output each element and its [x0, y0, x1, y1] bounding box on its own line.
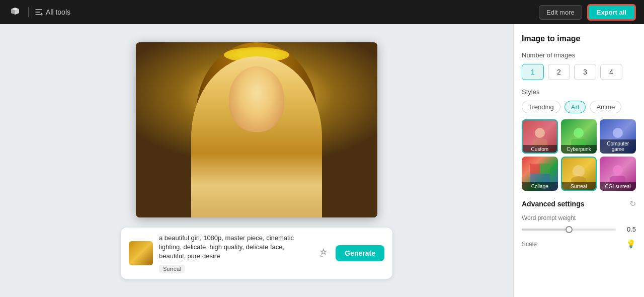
advanced-settings-label: Advanced settings: [522, 200, 584, 208]
num-images-label: Number of images: [522, 51, 636, 59]
num-btn-1[interactable]: 1: [522, 64, 544, 80]
magic-icon[interactable]: [315, 245, 332, 261]
styles-label: Styles: [522, 88, 636, 96]
generate-button[interactable]: Generate: [336, 245, 384, 261]
portrait-figure: [191, 56, 322, 217]
right-panel: Image to image Number of images 1 2 3 4 …: [513, 24, 644, 297]
surreal-preview: [561, 157, 597, 191]
custom-preview: [522, 119, 558, 154]
word-prompt-slider-thumb[interactable]: [566, 226, 573, 233]
svg-point-11: [571, 176, 586, 184]
style-card-surreal[interactable]: Surreal: [561, 157, 597, 191]
surreal-label: Surreal: [561, 182, 597, 191]
svg-point-10: [573, 165, 585, 177]
prompt-text-area: a beautiful girl, 1080p, master piece, c…: [159, 234, 309, 273]
styles-tabs: Trending Art Anime: [522, 101, 636, 113]
prompt-bar: a beautiful girl, 1080p, master piece, c…: [121, 228, 392, 279]
num-btn-4[interactable]: 4: [600, 64, 622, 80]
info-icon[interactable]: 💡: [626, 239, 636, 249]
svg-point-12: [613, 165, 623, 175]
styles-grid: Custom Cyberpunk: [522, 119, 636, 191]
word-prompt-weight-value: 0.5: [621, 226, 636, 233]
word-prompt-slider-fill: [522, 229, 569, 231]
style-card-cyberpunk[interactable]: Cyberpunk: [561, 119, 597, 154]
svg-point-1: [535, 128, 545, 138]
svg-rect-8: [540, 164, 550, 174]
prompt-actions: Generate: [315, 245, 384, 261]
all-tools-label: All tools: [46, 8, 70, 16]
computergame-label: Computer game: [600, 139, 636, 154]
num-btn-2[interactable]: 2: [548, 64, 570, 80]
cyberpunk-label: Cyberpunk: [561, 145, 597, 154]
word-prompt-slider-row: 0.5: [522, 226, 636, 233]
svg-point-3: [574, 128, 584, 138]
scale-row: Scale 💡: [522, 239, 636, 249]
edit-more-button[interactable]: Edit more: [539, 5, 582, 20]
tab-art[interactable]: Art: [565, 101, 586, 113]
logo: [8, 5, 22, 19]
prompt-tag: Surreal: [159, 265, 185, 273]
tab-anime[interactable]: Anime: [590, 101, 621, 113]
generated-image: [136, 42, 377, 217]
num-btn-3[interactable]: 3: [574, 64, 596, 80]
advanced-header-row: Advanced settings ↻: [522, 199, 636, 208]
collage-label: Collage: [522, 182, 558, 191]
header-divider: [28, 7, 29, 17]
portrait-face: [229, 66, 284, 132]
svg-rect-2: [532, 139, 547, 149]
advanced-settings-section: Advanced settings ↻ Word prompt weight 0…: [522, 199, 636, 249]
prompt-text: a beautiful girl, 1080p, master piece, c…: [159, 234, 309, 261]
svg-rect-7: [530, 164, 540, 174]
style-card-collage[interactable]: Collage: [522, 157, 558, 191]
portrait-background: [136, 42, 377, 217]
main-layout: a beautiful girl, 1080p, master piece, c…: [0, 24, 644, 297]
svg-point-5: [613, 128, 623, 138]
cgisurreal-label: CGI surreal: [600, 182, 636, 191]
word-prompt-slider-track[interactable]: [522, 229, 616, 231]
number-of-images-section: Number of images 1 2 3 4: [522, 51, 636, 80]
panel-title: Image to image: [522, 34, 636, 43]
export-all-button[interactable]: Export all: [587, 4, 636, 21]
canvas-area: a beautiful girl, 1080p, master piece, c…: [0, 24, 513, 297]
word-prompt-weight-section: Word prompt weight 0.5: [522, 214, 636, 233]
tab-trending[interactable]: Trending: [522, 101, 560, 113]
style-card-computergame[interactable]: Computer game: [600, 119, 636, 154]
styles-section: Styles Trending Art Anime Custom: [522, 88, 636, 191]
num-images-row: 1 2 3 4: [522, 64, 636, 80]
word-prompt-weight-label: Word prompt weight: [522, 214, 636, 221]
header: All tools Edit more Export all: [0, 0, 644, 24]
style-card-custom[interactable]: Custom: [522, 119, 558, 154]
all-tools-nav[interactable]: All tools: [35, 8, 70, 16]
scale-label: Scale: [522, 241, 537, 248]
header-actions: Edit more Export all: [539, 4, 636, 21]
refresh-icon[interactable]: ↻: [629, 199, 636, 208]
custom-label: Custom: [522, 145, 558, 154]
svg-line-0: [320, 256, 323, 257]
style-card-cgisurreal[interactable]: CGI surreal: [600, 157, 636, 191]
scale-section: Scale 💡: [522, 239, 636, 249]
prompt-thumbnail: [129, 241, 153, 265]
